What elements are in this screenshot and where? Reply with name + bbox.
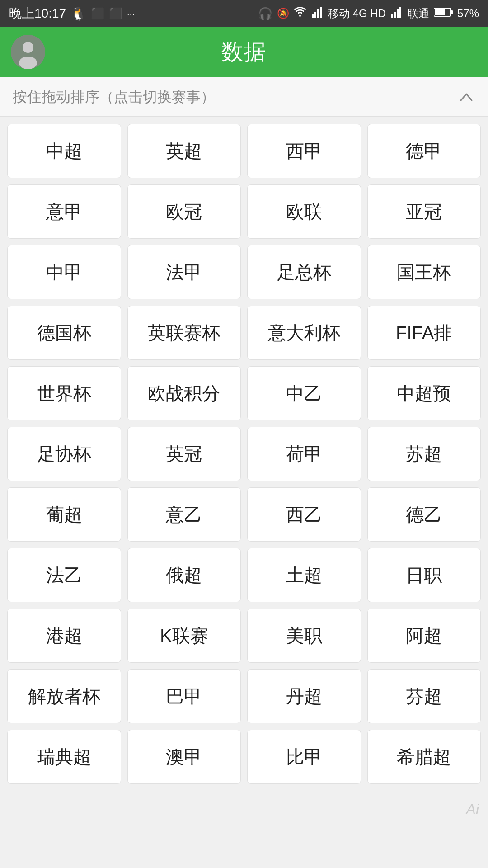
league-item-31[interactable]: 日职 — [367, 548, 481, 602]
league-item-39[interactable]: 芬超 — [367, 669, 481, 723]
signal-icon — [311, 6, 324, 21]
league-item-29[interactable]: 俄超 — [127, 548, 241, 602]
app-icon-1: 🐧 — [70, 6, 86, 21]
avatar[interactable] — [11, 35, 45, 69]
league-item-18[interactable]: 中乙 — [247, 366, 361, 420]
league-item-30[interactable]: 土超 — [247, 548, 361, 602]
league-item-36[interactable]: 解放者杯 — [7, 669, 121, 723]
page-title: 数据 — [221, 38, 267, 66]
app-header: 数据 — [0, 27, 488, 77]
league-item-3[interactable]: 德甲 — [367, 124, 481, 178]
app-icon-2: ⬛ — [91, 7, 104, 20]
sort-sub-label: （点击切换赛事） — [99, 89, 215, 105]
svg-rect-6 — [397, 9, 399, 18]
league-item-15[interactable]: FIFA排 — [367, 306, 481, 360]
league-item-9[interactable]: 法甲 — [127, 245, 241, 299]
league-item-14[interactable]: 意大利杯 — [247, 306, 361, 360]
svg-rect-10 — [435, 9, 445, 15]
league-item-12[interactable]: 德国杯 — [7, 306, 121, 360]
more-icon: ··· — [127, 9, 135, 19]
league-item-33[interactable]: K联赛 — [127, 609, 241, 663]
svg-rect-0 — [312, 14, 314, 18]
league-item-40[interactable]: 瑞典超 — [7, 730, 121, 784]
league-item-38[interactable]: 丹超 — [247, 669, 361, 723]
svg-rect-3 — [320, 7, 322, 18]
collapse-button[interactable] — [457, 88, 475, 106]
status-bar: 晚上10:17 🐧 ⬛ ⬛ ··· 🎧 🔕 移动 4G HD — [0, 0, 488, 27]
league-item-35[interactable]: 阿超 — [367, 609, 481, 663]
svg-rect-1 — [314, 12, 316, 18]
alarm-icon: 🔕 — [277, 8, 289, 19]
wifi-icon — [294, 6, 306, 21]
svg-rect-9 — [451, 10, 453, 14]
league-item-5[interactable]: 欧冠 — [127, 184, 241, 239]
league-item-25[interactable]: 意乙 — [127, 487, 241, 542]
league-item-23[interactable]: 苏超 — [367, 427, 481, 481]
svg-rect-2 — [317, 9, 319, 18]
status-left: 晚上10:17 🐧 ⬛ ⬛ ··· — [9, 5, 135, 22]
app-icon-3: ⬛ — [109, 7, 122, 20]
status-right: 🎧 🔕 移动 4G HD 联通 — [258, 6, 479, 21]
league-item-26[interactable]: 西乙 — [247, 487, 361, 542]
network-label: 移动 4G HD — [328, 6, 386, 21]
league-item-32[interactable]: 港超 — [7, 609, 121, 663]
battery-icon — [434, 7, 453, 20]
league-item-20[interactable]: 足协杯 — [7, 427, 121, 481]
league-item-16[interactable]: 世界杯 — [7, 366, 121, 420]
league-grid: 中超英超西甲德甲意甲欧冠欧联亚冠中甲法甲足总杯国王杯德国杯英联赛杯意大利杯FIF… — [0, 117, 488, 791]
league-item-42[interactable]: 比甲 — [247, 730, 361, 784]
league-item-24[interactable]: 葡超 — [7, 487, 121, 542]
league-item-21[interactable]: 英冠 — [127, 427, 241, 481]
league-item-8[interactable]: 中甲 — [7, 245, 121, 299]
svg-rect-7 — [399, 7, 401, 18]
svg-rect-4 — [391, 14, 393, 18]
signal-unicom-icon — [390, 6, 403, 21]
league-item-17[interactable]: 欧战积分 — [127, 366, 241, 420]
league-item-2[interactable]: 西甲 — [247, 124, 361, 178]
telecom-label: 联通 — [408, 6, 429, 21]
league-item-37[interactable]: 巴甲 — [127, 669, 241, 723]
league-item-6[interactable]: 欧联 — [247, 184, 361, 239]
league-item-10[interactable]: 足总杯 — [247, 245, 361, 299]
league-item-34[interactable]: 美职 — [247, 609, 361, 663]
league-item-28[interactable]: 法乙 — [7, 548, 121, 602]
battery-percent: 57% — [457, 7, 479, 20]
league-item-22[interactable]: 荷甲 — [247, 427, 361, 481]
league-item-27[interactable]: 德乙 — [367, 487, 481, 542]
watermark-text: Ai — [466, 801, 479, 818]
league-item-0[interactable]: 中超 — [7, 124, 121, 178]
watermark-area: Ai — [0, 791, 488, 827]
status-time: 晚上10:17 — [9, 5, 66, 22]
league-item-41[interactable]: 澳甲 — [127, 730, 241, 784]
svg-rect-5 — [394, 12, 396, 18]
sort-bar: 按住拖动排序（点击切换赛事） — [0, 77, 488, 117]
league-item-1[interactable]: 英超 — [127, 124, 241, 178]
sort-main-label: 按住拖动排序 — [13, 89, 99, 105]
league-item-4[interactable]: 意甲 — [7, 184, 121, 239]
league-item-11[interactable]: 国王杯 — [367, 245, 481, 299]
league-item-43[interactable]: 希腊超 — [367, 730, 481, 784]
league-item-19[interactable]: 中超预 — [367, 366, 481, 420]
league-item-13[interactable]: 英联赛杯 — [127, 306, 241, 360]
svg-point-13 — [19, 57, 37, 69]
headphones-icon: 🎧 — [258, 7, 272, 21]
svg-point-12 — [23, 42, 33, 53]
sort-label: 按住拖动排序（点击切换赛事） — [13, 86, 215, 107]
league-item-7[interactable]: 亚冠 — [367, 184, 481, 239]
